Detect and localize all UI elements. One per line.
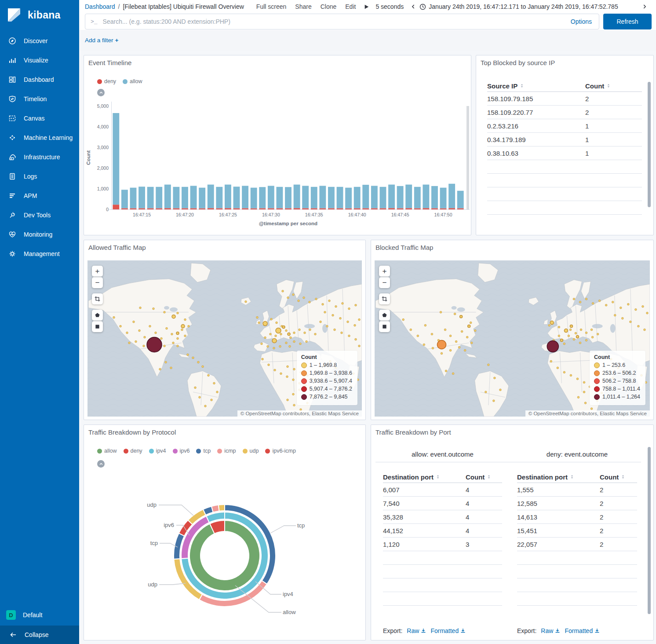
bar-allow[interactable] [431, 186, 438, 209]
map-bubble-small[interactable] [417, 335, 419, 337]
map-bubble-small[interactable] [261, 343, 263, 345]
map-bubble-small[interactable] [197, 361, 200, 363]
bar-deny[interactable] [397, 208, 404, 209]
map-bubble-small[interactable] [605, 304, 607, 306]
bar-allow[interactable] [276, 187, 283, 209]
bar-allow[interactable] [311, 187, 317, 209]
rectangle-select-button[interactable] [379, 321, 390, 332]
crop-button[interactable] [92, 293, 103, 304]
bar-deny[interactable] [294, 208, 300, 209]
map-bubble[interactable] [576, 336, 579, 338]
bar-deny[interactable] [457, 208, 464, 209]
bar-allow[interactable] [457, 191, 464, 209]
map-bubble-small[interactable] [213, 382, 215, 384]
bar-allow[interactable] [121, 190, 128, 208]
map-bubble-small[interactable] [306, 340, 308, 343]
map-bubble-small[interactable] [155, 332, 157, 334]
polygon-select-button[interactable] [92, 310, 103, 321]
map-bubble-small[interactable] [584, 402, 587, 404]
map-bubble-small[interactable] [292, 293, 295, 296]
map-bubble-small[interactable] [461, 330, 463, 333]
map-bubble-small[interactable] [568, 335, 570, 337]
bar-deny[interactable] [371, 208, 378, 209]
map-bubble-small[interactable] [358, 318, 361, 321]
map-bubble-small[interactable] [328, 300, 331, 302]
map-bubble-small[interactable] [293, 332, 295, 334]
map-bubble-small[interactable] [579, 342, 581, 344]
map-bubble-small[interactable] [635, 308, 637, 311]
bar-allow[interactable] [345, 188, 352, 209]
map-bubble[interactable] [437, 340, 446, 349]
map-bubble-small[interactable] [620, 307, 622, 309]
map-bubble-small[interactable] [591, 336, 594, 338]
map-bubble-small[interactable] [638, 325, 640, 327]
sidebar-item-logs[interactable]: Logs [0, 167, 79, 186]
map-bubble-small[interactable] [332, 314, 334, 316]
clone-button[interactable]: Clone [321, 3, 337, 10]
map-bubble-small[interactable] [597, 333, 599, 335]
map-bubble-small[interactable] [548, 324, 550, 326]
bar-deny[interactable] [190, 208, 197, 209]
map-bubble-small[interactable] [488, 364, 490, 366]
map-bubble-small[interactable] [627, 303, 630, 305]
map-bubble-small[interactable] [324, 311, 326, 313]
bar-deny[interactable] [319, 208, 326, 209]
search-input[interactable] [102, 18, 565, 26]
time-range-picker[interactable]: January 24th 2019, 16:47:12.171 to Janua… [419, 3, 618, 10]
map-bubble-small[interactable] [170, 367, 172, 369]
map-bubble-small[interactable] [621, 317, 623, 319]
bar-allow[interactable] [285, 187, 292, 208]
map-bubble-small[interactable] [286, 376, 288, 378]
time-back-button[interactable] [411, 4, 416, 10]
bar-deny[interactable] [233, 208, 240, 209]
map-bubble-small[interactable] [454, 313, 456, 315]
bar-deny[interactable] [173, 208, 179, 209]
bar-allow[interactable] [268, 186, 274, 208]
map-bubble-small[interactable] [474, 329, 476, 332]
map-bubble-small[interactable] [432, 347, 434, 349]
map-bubble-small[interactable] [303, 296, 305, 299]
bar-deny[interactable] [388, 208, 395, 209]
share-button[interactable]: Share [295, 3, 311, 10]
map-bubble-small[interactable] [569, 329, 572, 331]
bar-deny[interactable] [379, 208, 386, 209]
map-bubble-small[interactable] [444, 329, 446, 331]
map-bubble[interactable] [560, 339, 563, 341]
map-bubble-small[interactable] [309, 329, 311, 331]
bar-allow[interactable] [414, 187, 421, 209]
bar-allow[interactable] [138, 187, 145, 208]
map-bubble-small[interactable] [563, 371, 565, 373]
map-bubble-small[interactable] [126, 332, 128, 334]
map-bubble-small[interactable] [149, 325, 151, 327]
bar-deny[interactable] [225, 208, 231, 209]
map-bubble-small[interactable] [458, 346, 460, 348]
map-bubble-small[interactable] [335, 305, 337, 307]
map-bubble-small[interactable] [184, 318, 186, 321]
column-header-destination-port[interactable]: Destination port [383, 473, 466, 481]
bar-deny[interactable] [440, 209, 447, 209]
map-bubble-small[interactable] [341, 332, 343, 334]
map-bubble-small[interactable] [449, 349, 452, 351]
map-bubble-small[interactable] [139, 307, 142, 309]
bar-deny[interactable] [259, 208, 266, 209]
sidebar-item-canvas[interactable]: Canvas [0, 109, 79, 128]
zoom-out-button[interactable]: − [92, 277, 103, 288]
map-bubble-small[interactable] [299, 343, 302, 345]
column-header-count[interactable]: Count [585, 82, 611, 90]
map-bubble-small[interactable] [211, 399, 213, 401]
bar-deny[interactable] [199, 209, 205, 209]
map-bubble-small[interactable] [159, 368, 161, 370]
map-bubble-small[interactable] [177, 337, 179, 340]
bar-deny[interactable] [311, 208, 317, 209]
bar-allow[interactable] [388, 185, 395, 209]
map-bubble-small[interactable] [164, 345, 166, 347]
bar-deny[interactable] [285, 208, 292, 209]
map-bubble-small[interactable] [293, 368, 295, 370]
blocked-traffic-map[interactable]: +− Count1 – 253.6253.6 – 506.2506.2 – 75… [375, 260, 650, 417]
map-bubble-small[interactable] [258, 322, 260, 324]
bar-deny[interactable] [164, 208, 171, 209]
bar-deny[interactable] [216, 208, 222, 209]
bar-allow[interactable] [379, 187, 386, 209]
bar-allow[interactable] [182, 187, 188, 209]
map-bubble-small[interactable] [138, 329, 141, 332]
